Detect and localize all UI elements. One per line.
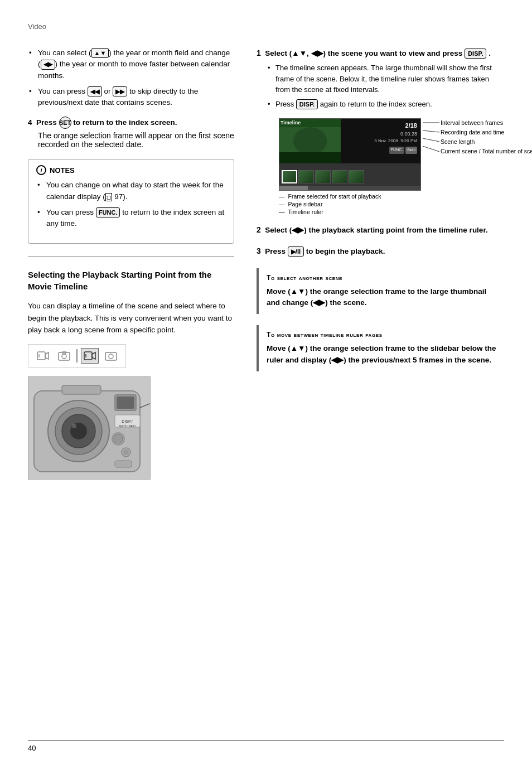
disp-button-2: DISP. <box>296 99 318 109</box>
svg-rect-27 <box>62 385 101 394</box>
step-4-num: 4 <box>28 118 32 127</box>
svg-point-25 <box>123 449 129 455</box>
page-number: 40 <box>28 744 36 752</box>
mode-icon-photo2 <box>102 348 120 364</box>
svg-line-30 <box>423 130 439 132</box>
func-btn-small: FUNC. <box>389 147 404 154</box>
disp-button-1: DISP. <box>465 49 486 59</box>
notes-box: i NOTES You can change on what day to st… <box>28 159 234 244</box>
timeline-diagram: Interval between frames Recording date a… <box>279 118 452 215</box>
bullet-2: You can press ◀◀ or ▶▶ to skip directly … <box>28 86 234 109</box>
svg-rect-18 <box>117 396 134 409</box>
bottom-line <box>28 741 504 741</box>
kbd-ffwd: ▶▶ <box>113 86 127 96</box>
section-divider <box>28 256 234 257</box>
step-3-num: 3 <box>257 246 261 255</box>
svg-rect-6 <box>84 352 92 360</box>
page: Video You can select (▲▼) the year or mo… <box>0 0 532 769</box>
page-header: Video <box>28 22 504 31</box>
svg-point-4 <box>62 354 66 359</box>
to-section-2-title: To move between timeline ruler pages <box>267 331 496 338</box>
mode-icon-photo <box>55 348 73 364</box>
mode-icons-bar <box>28 344 126 367</box>
step-1-strong: Select (▲▼, ◀▶) the scene you want to vi… <box>265 49 491 57</box>
or-text: or <box>104 87 111 95</box>
strip-item-3 <box>315 170 331 183</box>
notes-label: NOTES <box>50 166 75 175</box>
step-3-title: 3 Press ▶/II to begin the playback. <box>257 245 504 257</box>
timeline-time: 0:00:28 <box>344 130 417 138</box>
annotations-right: Interval between frames Recording date a… <box>441 118 532 156</box>
timeline-screen-inner: Timeline <box>279 119 420 190</box>
timeline-buttons: FUNC. 6sec <box>344 147 417 154</box>
ruler-indicator <box>279 186 308 190</box>
timeline-date: 2/18 <box>344 121 417 130</box>
svg-marker-7 <box>92 352 95 359</box>
strip-item-4 <box>332 170 347 183</box>
step-1-bullet-1: The timeline screen appears. The large t… <box>267 62 504 95</box>
note-2: You can press FUNC. to return to the ind… <box>36 207 226 230</box>
below-labels: Frame selected for start of playback Pag… <box>279 193 402 215</box>
timeline-top-section: Timeline <box>279 119 420 163</box>
label-frame-selected: Frame selected for start of playback <box>279 193 402 200</box>
timeline-datetime: 3 Nov. 2008 9:20 PM <box>344 138 417 144</box>
step-2-strong: Select (◀▶) the playback starting point … <box>265 226 487 234</box>
svg-line-31 <box>423 138 439 142</box>
step-3: 3 Press ▶/II to begin the playback. <box>257 245 504 257</box>
step-1-num: 1 <box>257 49 261 57</box>
set-button: SET <box>59 117 71 129</box>
timeline-screen: Timeline <box>279 118 421 191</box>
step-3-strong: Press ▶/II to begin the playback. <box>265 247 385 255</box>
svg-point-10 <box>109 354 113 359</box>
svg-text:DISP./: DISP./ <box>122 419 132 423</box>
to-section-1: To select another scene Move (▲▼) the or… <box>257 268 504 315</box>
timeline-main-thumb <box>279 119 341 163</box>
step-2: 2 Select (◀▶) the playback starting poin… <box>257 224 504 236</box>
label-timeline-ruler: Timeline ruler <box>279 209 402 215</box>
notes-bullets: You can change on what day to start the … <box>36 180 226 229</box>
step-1-title: 1 Select (▲▼, ◀▶) the scene you want to … <box>257 47 504 59</box>
strip-item-2 <box>298 170 314 183</box>
two-col-layout: You can select (▲▼) the year or month fi… <box>28 47 504 480</box>
intro-bullets: You can select (▲▼) the year or month fi… <box>28 47 234 108</box>
step-4-press: Press <box>36 118 57 127</box>
mode-divider <box>76 349 78 362</box>
timeline-ruler-bar <box>279 186 420 190</box>
play-button: ▶/II <box>288 246 304 257</box>
timeline-container: Interval between frames Recording date a… <box>279 118 491 215</box>
mode-icon-active-video <box>81 348 99 364</box>
svg-line-28 <box>140 402 151 408</box>
svg-rect-9 <box>105 352 117 360</box>
to-section-2: To move between timeline ruler pages Mov… <box>257 325 504 371</box>
step-2-num: 2 <box>257 225 261 234</box>
svg-text:BATT.INFO: BATT.INFO <box>119 424 136 428</box>
step-4-title: 4 Press SET to return to the index scree… <box>28 117 234 129</box>
notes-title: i NOTES <box>36 165 226 175</box>
info-icon: i <box>36 165 46 175</box>
step-4: 4 Press SET to return to the index scree… <box>28 117 234 149</box>
section-title: Selecting the Playback Starting Point fr… <box>28 269 234 292</box>
section-body: You can display a timeline of the scene … <box>28 300 234 336</box>
step-1-details: The timeline screen appears. The large t… <box>267 62 504 109</box>
svg-point-16 <box>72 424 76 428</box>
kbd-leftright: ◀▶ <box>41 60 55 70</box>
timeline-strip <box>279 163 420 190</box>
kbd-updown: ▲▼ <box>91 48 109 58</box>
camera-svg: DISP./ BATT.INFO <box>28 377 151 480</box>
to-section-1-title: To select another scene <box>267 274 496 282</box>
6sec-btn: 6sec <box>405 147 417 154</box>
func-button: FUNC. <box>96 207 120 217</box>
step-2-title: 2 Select (◀▶) the playback starting poin… <box>257 224 504 236</box>
note-1: You can change on what day to start the … <box>36 180 226 202</box>
svg-marker-1 <box>45 352 49 359</box>
step-1-bullet-2: Press DISP. again to return to the index… <box>267 99 504 110</box>
step-4-body: The orange selection frame will appear o… <box>38 131 234 149</box>
step-4-suffix: to return to the index screen. <box>73 118 177 127</box>
mode-icon-video <box>34 348 52 364</box>
bullet-1: You can select (▲▼) the year or month fi… <box>28 47 234 81</box>
label-page-sidebar: Page sidebar <box>279 201 402 207</box>
svg-rect-26 <box>115 461 132 467</box>
ann-recording: Recording date and time <box>441 128 532 137</box>
timeline-info: 2/18 0:00:28 3 Nov. 2008 9:20 PM FUNC. 6… <box>341 119 420 163</box>
thumb-svg <box>279 119 341 163</box>
